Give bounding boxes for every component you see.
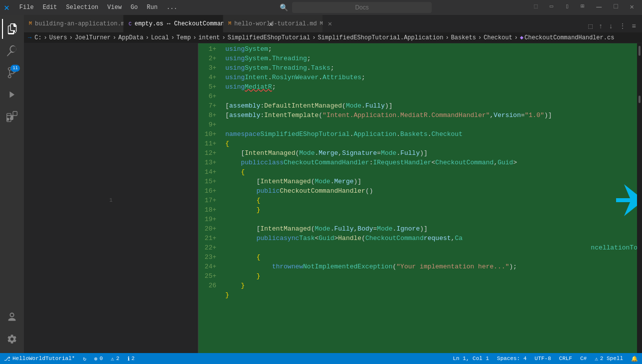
error-icon: ⊗ [94, 356, 98, 362]
search-input[interactable] [292, 2, 432, 13]
bc-c[interactable]: C: [34, 34, 41, 41]
activity-account[interactable] [2, 307, 22, 327]
tab-tutorial[interactable]: M hello-world-tutorial.md M ✕ [223, 15, 323, 32]
status-warnings[interactable]: ⚠ 2 [107, 353, 123, 364]
status-notifications[interactable]: 🔔 [627, 353, 642, 364]
scroll-thumb-2 [639, 96, 641, 103]
ln-8: 8+ [198, 111, 219, 120]
ln-23: 23+ [198, 252, 219, 262]
ln-25: 25+ [198, 271, 219, 281]
ln-20: 20+ [198, 224, 219, 234]
status-encoding[interactable]: UTF-8 [531, 353, 555, 364]
close-button[interactable]: ✕ [626, 1, 638, 13]
diff-left-placeholder: 1 [26, 195, 196, 205]
code-line-17: { [223, 196, 637, 205]
bc-application[interactable]: SimplifiedEShopTutorial.Application [318, 34, 443, 41]
ln-15: 15+ [198, 177, 219, 186]
menu-edit[interactable]: Edit [39, 2, 61, 13]
bc-temp[interactable]: Temp [176, 34, 191, 41]
layout-icon[interactable]: ⬚ [530, 1, 541, 13]
menu-view[interactable]: View [103, 2, 126, 13]
open-changes-icon[interactable]: ↑ [597, 20, 605, 32]
stage-changes-icon[interactable]: ↓ [607, 20, 615, 32]
activity-run[interactable] [2, 85, 22, 105]
status-spell[interactable]: ⚠ 2 Spell [591, 353, 627, 364]
bc-local[interactable]: Local [151, 34, 169, 41]
ln-16: 16+ [198, 186, 219, 196]
grid-icon[interactable]: ⊞ [577, 1, 588, 13]
tab-tutorial-close[interactable]: ✕ [328, 19, 332, 28]
code-line-20: [IntentManaged(Mode.Fully, Body = Mode.I… [223, 224, 637, 234]
tab-tutorial-suffix: M [320, 21, 323, 26]
status-info[interactable]: ℹ 2 [124, 353, 139, 364]
split-editor-icon[interactable]: ⬚ [586, 20, 594, 32]
warning-icon: ⚠ [111, 356, 114, 362]
sidebar-icon[interactable]: ▯ [561, 1, 573, 13]
error-count: 0 [100, 356, 103, 362]
status-position[interactable]: Ln 1, Col 1 [449, 353, 493, 364]
menu-more[interactable]: ... [162, 2, 181, 13]
menu-file[interactable]: File [15, 2, 38, 13]
code-line-10: namespace SimplifiedEShopTutorial.Applic… [223, 129, 637, 139]
activity-source-control[interactable]: 11 [2, 63, 22, 83]
menu-bar: File Edit Selection View Go Run ... [15, 2, 181, 13]
tab-cs-empty[interactable]: C empty.cs ↔ CheckoutCommandHandler.cs ✕ [124, 15, 223, 32]
ln-4: 4+ [198, 73, 219, 82]
minimize-button[interactable]: ─ [592, 1, 606, 13]
code-line-23: throw new NotImplementedException("Your … [223, 262, 637, 271]
bc-checkout[interactable]: Checkout [483, 34, 512, 41]
code-line-18: } [223, 205, 637, 215]
search-icon-title: 🔍 [280, 3, 288, 12]
status-spaces[interactable]: Spaces: 4 [493, 353, 530, 364]
bc-intent[interactable]: intent [198, 34, 220, 41]
breadcrumb: → C: › Users › JoelTurner › AppData › Lo… [24, 32, 642, 43]
language-label: C# [580, 356, 587, 362]
status-errors[interactable]: ⊗ 0 [90, 353, 107, 364]
sync-icon: ↻ [83, 356, 86, 362]
menu-go[interactable]: Go [127, 2, 142, 13]
code-line-24: } [223, 271, 637, 281]
tab-md-building[interactable]: M building-an-application.md 2, M ● ✕ [24, 15, 124, 32]
code-content[interactable]: using System; using System.Threading; us… [223, 43, 637, 353]
ln-17: 17+ [198, 196, 219, 205]
ln-14: 14+ [198, 167, 219, 177]
status-eol[interactable]: CRLF [555, 353, 576, 364]
diff-left-content: 1 [26, 191, 196, 205]
menu-selection[interactable]: Selection [62, 2, 102, 13]
more-actions-icon[interactable]: ⋮ [617, 20, 628, 32]
status-sync[interactable]: ↻ [79, 353, 90, 364]
line-numbers: 1+ 2+ 3+ 4+ 5+ 6+ 7+ 8+ 9+ 10+ 11+ 12+ 1… [198, 43, 223, 353]
code-line-26: } [223, 290, 637, 300]
panel-icon[interactable]: ▭ [546, 1, 557, 13]
bc-simplified[interactable]: SimplifiedEShopTutorial [228, 34, 311, 41]
code-line-12: [IntentManaged(Mode.Merge, Signature = M… [223, 148, 637, 158]
code-line-13: public class CheckoutCommandHandler : IR… [223, 158, 637, 167]
diff-panel-label: 1 [26, 191, 196, 205]
overflow-tabs-icon[interactable]: ≡ [630, 20, 638, 32]
tab-md-icon: M [29, 21, 32, 26]
maximize-button[interactable]: □ [610, 1, 622, 13]
bc-filename[interactable]: CheckoutCommandHandler.cs [524, 34, 614, 41]
activity-search[interactable] [2, 41, 22, 61]
ln-24: 24+ [198, 262, 219, 271]
tab-md-close[interactable]: ✕ [157, 19, 160, 28]
ln-7: 7+ [198, 101, 219, 111]
activity-explorer[interactable] [2, 19, 22, 39]
ln-18: 18+ [198, 205, 219, 215]
bc-baskets[interactable]: Baskets [451, 34, 476, 41]
tab-cs-close[interactable]: ✕ [269, 20, 273, 28]
status-language[interactable]: C# [576, 353, 591, 364]
encoding-label: UTF-8 [535, 356, 551, 362]
eol-label: CRLF [559, 356, 572, 362]
activity-extensions[interactable] [2, 107, 22, 126]
svg-marker-0 [616, 184, 637, 216]
activity-settings[interactable] [2, 329, 22, 349]
menu-run[interactable]: Run [143, 2, 162, 13]
status-branch[interactable]: ⎇ HelloWorldTutorial* [0, 353, 79, 364]
bc-appdata[interactable]: AppData [118, 34, 143, 41]
title-center: 🔍 [280, 2, 432, 13]
ln-21: 21+ [198, 234, 219, 243]
bc-users[interactable]: Users [49, 34, 67, 41]
editor-scrollbar[interactable] [637, 43, 642, 353]
bc-joelturner[interactable]: JoelTurner [75, 34, 111, 41]
